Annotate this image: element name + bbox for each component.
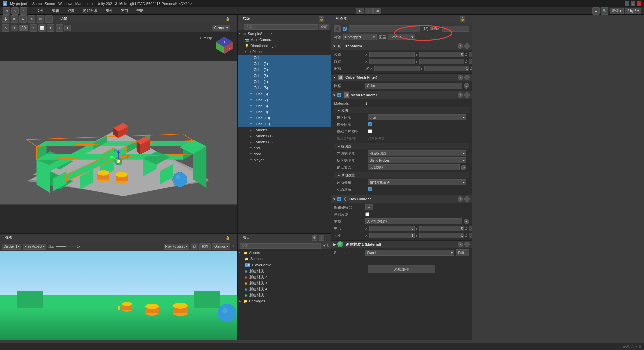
light-probes-dropdown[interactable]: 混合探测器 ▾ bbox=[368, 150, 466, 156]
rot-z-input[interactable] bbox=[469, 59, 472, 64]
play-button[interactable]: ▶ bbox=[356, 8, 364, 14]
hierarchy-cylinder-1[interactable]: ○ Cylinder (1) bbox=[238, 133, 331, 139]
mesh-pick-btn[interactable]: ⊙ bbox=[464, 83, 469, 89]
layer-dropdown[interactable]: Default ▾ bbox=[388, 34, 415, 40]
pos-z-input[interactable] bbox=[469, 52, 472, 57]
transform-more-btn[interactable]: ⋮ bbox=[464, 43, 470, 49]
search-button[interactable]: 🔍 bbox=[601, 7, 608, 15]
scale-y-input[interactable] bbox=[424, 66, 469, 71]
hierarchy-all-label[interactable]: 全部 bbox=[319, 24, 329, 30]
scene-scale-tool[interactable]: ⇲ bbox=[28, 15, 35, 23]
hierarchy-directional-light[interactable]: 💡 Directional Light bbox=[238, 43, 331, 49]
anchor-override-dropdown[interactable]: 无 (变换) bbox=[368, 164, 460, 170]
step-button[interactable]: ⏭ bbox=[373, 8, 381, 14]
scene-hand-tool[interactable]: ✋ bbox=[2, 15, 9, 23]
back-button[interactable]: ◁ bbox=[3, 7, 10, 15]
mesh-renderer-header[interactable]: ▾ ⊞ Mesh Renderer ? ⋮ bbox=[331, 91, 472, 99]
tab-inspector[interactable]: 检查器 bbox=[333, 15, 350, 22]
tab-scene[interactable]: 场景 bbox=[57, 15, 70, 22]
box-collider-info-btn[interactable]: ? bbox=[458, 196, 463, 202]
scene-lighting-btn[interactable]: ☀ bbox=[2, 24, 9, 32]
collider-material-pick-btn[interactable]: ⊙ bbox=[464, 219, 469, 224]
hierarchy-scene-root[interactable]: ▾ ⊞ SampleScene* bbox=[238, 31, 331, 37]
probes-header[interactable]: ▾ 探测器 bbox=[334, 143, 469, 149]
pos-y-input[interactable] bbox=[419, 52, 464, 57]
hierarchy-cube-9[interactable]: □ Cube (9) bbox=[238, 109, 331, 115]
project-assets-root[interactable]: ▾ 📁 Assets bbox=[238, 250, 331, 256]
scene-more-options[interactable]: ⋮ bbox=[232, 26, 235, 30]
scene-shading-dropdown[interactable]: ▾ bbox=[64, 25, 71, 31]
project-material-3[interactable]: ◉ 新建材质 3 bbox=[238, 280, 331, 286]
size-y-input[interactable] bbox=[419, 233, 464, 238]
scene-gizmos-btn[interactable]: Gizmos ▾ bbox=[212, 25, 230, 31]
contribute-gi-checkbox[interactable] bbox=[368, 129, 372, 133]
scene-2d-btn[interactable]: 2D bbox=[19, 25, 28, 31]
box-collider-more-btn[interactable]: ⋮ bbox=[464, 196, 470, 202]
menu-assets[interactable]: 资源 bbox=[66, 8, 76, 14]
tab-hierarchy[interactable]: 层级 bbox=[240, 15, 253, 22]
hierarchy-cylinder[interactable]: ○ Cylinder bbox=[238, 127, 331, 133]
hierarchy-end[interactable]: □ end bbox=[238, 145, 331, 151]
add-component-button[interactable]: 添加组件 bbox=[368, 265, 435, 273]
scene-options[interactable]: ⋮ bbox=[232, 17, 235, 21]
material-more-btn[interactable]: ⋮ bbox=[464, 242, 470, 247]
project-search-btn[interactable]: 🔍 bbox=[312, 235, 317, 241]
scene-stats-btn[interactable]: 📊 bbox=[38, 24, 46, 32]
project-material-4[interactable]: ◉ 新建材质 4 bbox=[238, 286, 331, 292]
hierarchy-cylinder-2[interactable]: ○ Cylinder (2) bbox=[238, 139, 331, 145]
project-material-base[interactable]: ◉ 新建材质 bbox=[238, 292, 331, 298]
hierarchy-cube-11[interactable]: □ Cube (11) bbox=[238, 121, 331, 127]
center-x-input[interactable] bbox=[369, 226, 415, 231]
center-y-input[interactable] bbox=[419, 226, 464, 231]
scene-rotate-tool[interactable]: ↻ bbox=[19, 15, 27, 23]
edit-collider-btn[interactable]: ✏ bbox=[365, 204, 373, 210]
game-gizmos-dropdown[interactable]: Gizmos ▾ bbox=[212, 243, 230, 250]
game-play-focused-dropdown[interactable]: Play Focused ▾ bbox=[164, 244, 190, 250]
motion-vectors-dropdown[interactable]: 相对对象运动 ▾ bbox=[368, 179, 466, 185]
scene-hidden-btn[interactable]: 👁 bbox=[47, 24, 54, 32]
mesh-filter-header[interactable]: ▾ ⊞ Cube (Mesh Filter) ? ⋮ bbox=[331, 74, 472, 81]
scene-move-tool[interactable]: ⊕ bbox=[11, 15, 18, 23]
size-z-input[interactable] bbox=[469, 233, 472, 238]
close-button[interactable]: ✕ bbox=[637, 1, 641, 6]
transform-header[interactable]: ▾ ⊞ Transform ? ⋮ bbox=[331, 42, 472, 50]
hierarchy-options[interactable]: ⋮ bbox=[325, 16, 329, 22]
mesh-renderer-checkbox[interactable] bbox=[337, 93, 341, 97]
box-collider-header[interactable]: ▾ ⬡ Box Collider ? ⋮ bbox=[331, 195, 472, 203]
rot-x-input[interactable] bbox=[369, 59, 415, 64]
hierarchy-add-btn[interactable]: + bbox=[240, 25, 242, 29]
receive-shadows-checkbox[interactable] bbox=[368, 122, 372, 126]
game-options[interactable]: ⋮ bbox=[232, 236, 235, 240]
pause-button[interactable]: ⏸ bbox=[365, 8, 373, 14]
layers-dropdown[interactable]: 层级 ▾ bbox=[610, 8, 624, 14]
maximize-button[interactable]: □ bbox=[631, 1, 635, 6]
scene-fx-btn[interactable]: ✦ bbox=[11, 25, 18, 31]
hierarchy-cube-7[interactable]: □ Cube (7) bbox=[238, 97, 331, 103]
hierarchy-search-input[interactable] bbox=[244, 24, 318, 30]
anchor-pick-btn[interactable]: ⊙ bbox=[461, 165, 466, 170]
menu-help[interactable]: 帮助 bbox=[135, 8, 145, 14]
dynamic-occlusion-checkbox[interactable] bbox=[368, 187, 372, 191]
hierarchy-main-camera[interactable]: 📷 Main Camera bbox=[238, 37, 331, 43]
inspector-lock-btn[interactable]: 🔒 bbox=[460, 16, 465, 22]
menu-gameobject[interactable]: 游戏对象 bbox=[82, 8, 99, 14]
box-collider-checkbox[interactable] bbox=[337, 197, 341, 201]
menu-window[interactable]: 窗口 bbox=[120, 8, 130, 14]
scene-grid-btn[interactable]: # bbox=[56, 24, 63, 32]
hierarchy-cube-6[interactable]: □ Cube (6) bbox=[238, 91, 331, 97]
game-display-dropdown[interactable]: Display 1 ▾ bbox=[2, 244, 21, 250]
scene-transform-tool[interactable]: ⊞ bbox=[45, 15, 53, 23]
additional-header[interactable]: ▾ 其他设置 bbox=[334, 172, 469, 178]
game-more-options[interactable]: ⋮ bbox=[232, 245, 235, 248]
project-add-btn[interactable]: + bbox=[319, 235, 324, 241]
cast-shadows-value[interactable]: 开启 ▾ bbox=[368, 114, 466, 120]
game-aspect-dropdown[interactable]: Free Aspect ▾ bbox=[23, 244, 46, 250]
minimize-button[interactable]: ─ bbox=[625, 1, 629, 6]
material-header[interactable]: ▶ 新建材质 1 (Material) ? ⋮ bbox=[331, 241, 472, 248]
hierarchy-cube-4[interactable]: □ Cube (4) bbox=[238, 79, 331, 85]
scale-lock[interactable]: 🔗 bbox=[365, 66, 369, 71]
mesh-renderer-info-btn[interactable]: ? bbox=[458, 92, 463, 98]
tab-game[interactable]: 游戏 bbox=[2, 234, 15, 241]
project-playermove[interactable]: C# PlayerMove bbox=[238, 262, 331, 268]
hierarchy-cube-5[interactable]: □ Cube (5) bbox=[238, 85, 331, 91]
